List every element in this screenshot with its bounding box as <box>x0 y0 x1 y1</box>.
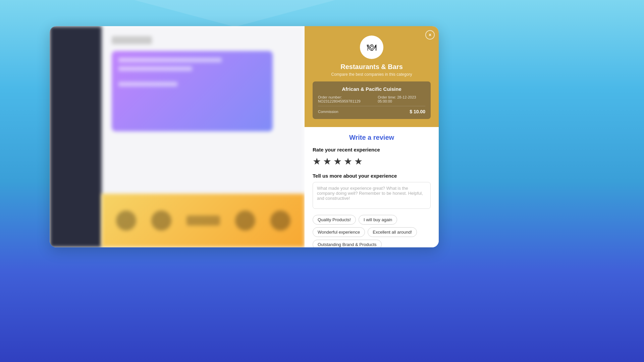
review-textarea[interactable] <box>313 182 431 209</box>
review-body: Write a review Rate your recent experien… <box>305 127 439 247</box>
rate-label: Rate your recent experience <box>313 147 431 153</box>
sidebar-blurred <box>50 26 102 247</box>
order-card-title: African & Pacific Cuisine <box>318 86 425 92</box>
star-3[interactable]: ★ <box>333 156 342 167</box>
yellow-card-blurred <box>102 194 305 247</box>
stars-row[interactable]: ★ ★ ★ ★ ★ <box>313 156 431 167</box>
bg-triangle-top <box>134 0 335 27</box>
main-window: × 🍽 Restaurants & Bars Compare the best … <box>50 26 439 247</box>
experience-label: Tell us more about your experience <box>313 173 431 179</box>
review-modal-panel: × 🍽 Restaurants & Bars Compare the best … <box>305 26 439 247</box>
write-review-title: Write a review <box>313 134 431 141</box>
review-header: × 🍽 Restaurants & Bars Compare the best … <box>305 26 439 127</box>
tag-buy-again[interactable]: I will buy again <box>359 215 397 225</box>
tag-quality-products[interactable]: Quality Products! <box>313 215 356 225</box>
category-subtitle: Compare the best companies in this categ… <box>331 72 412 77</box>
commission-value: $ 10.00 <box>410 109 425 114</box>
star-4[interactable]: ★ <box>344 156 352 167</box>
category-icon-circle: 🍽 <box>360 36 383 59</box>
tag-outstanding[interactable]: Outstanding Brand & Products <box>313 240 382 247</box>
order-card: African & Pacific Cuisine Order number: … <box>313 81 431 119</box>
close-button[interactable]: × <box>425 30 435 40</box>
order-time-label: Order time: 28-12-2023 05:00:00 <box>378 95 425 103</box>
category-title: Restaurants & Bars <box>340 63 403 71</box>
order-number-label: Order number: NO231228045959781129 <box>318 95 378 103</box>
close-icon: × <box>429 32 431 38</box>
tags-row: Quality Products! I will buy again Wonde… <box>313 215 431 247</box>
commission-label: Commission <box>318 110 338 114</box>
star-1[interactable]: ★ <box>313 156 321 167</box>
tag-wonderful[interactable]: Wonderful experience <box>313 227 365 237</box>
left-panel <box>50 26 305 247</box>
tag-excellent[interactable]: Excellent all around! <box>368 227 417 237</box>
star-5[interactable]: ★ <box>354 156 363 167</box>
restaurant-icon: 🍽 <box>367 42 376 53</box>
star-2[interactable]: ★ <box>323 156 331 167</box>
